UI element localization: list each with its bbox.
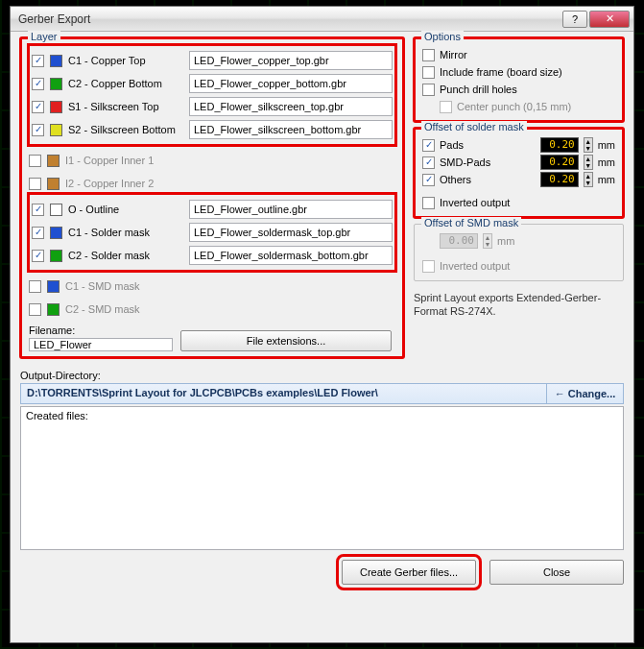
smdpads-checkbox[interactable] [422, 156, 435, 169]
layer-filename-input[interactable] [189, 74, 393, 93]
output-dir-path: D:\TORRENTS\Sprint Layout for JLCPCB\PCB… [21, 384, 546, 403]
gerber-export-window: Gerber Export ? ✕ Layer C1 - Copper TopC… [10, 6, 634, 643]
layer-checkbox[interactable] [32, 124, 44, 136]
layer-swatch [50, 227, 62, 239]
create-gerber-button[interactable]: Create Gerber files... [342, 560, 476, 585]
layer-filename-input[interactable] [189, 51, 393, 70]
options-group: Options Mirror Include frame (board size… [414, 37, 624, 122]
layer-filename-input[interactable] [189, 223, 393, 242]
arrow-left-icon: ← [555, 388, 565, 399]
layer-name: O - Outline [68, 204, 183, 215]
smd-inverted-label: Inverted output [440, 260, 510, 272]
layer-swatch [47, 178, 60, 190]
smd-offset-spinner: ▲▼ [483, 233, 492, 249]
punch-label: Punch drill holes [440, 84, 517, 95]
layer-checkbox[interactable] [32, 204, 44, 216]
layer-swatch [47, 303, 60, 316]
center-punch-checkbox [440, 101, 452, 113]
layer-row: C1 - Copper Top [32, 49, 393, 72]
smdpads-label: SMD-Pads [440, 156, 536, 168]
layer-filename-input[interactable] [189, 120, 393, 139]
layer-name: S2 - Silkscreen Bottom [68, 124, 183, 135]
layer-row: C2 - SMD mask [29, 298, 395, 321]
layer-swatch [50, 250, 62, 262]
layer-name: C1 - Copper Top [68, 55, 183, 66]
layer-name: C1 - Solder mask [68, 227, 183, 238]
layer-swatch [47, 280, 60, 293]
layer-row: C1 - Solder mask [32, 221, 393, 244]
layer-name: C2 - Copper Bottom [68, 78, 183, 89]
layer-checkbox[interactable] [29, 280, 41, 293]
layer-checkbox[interactable] [32, 101, 44, 113]
others-spinner[interactable]: ▲▼ [584, 172, 593, 187]
solder-offset-legend: Offset of solder mask [421, 121, 527, 132]
punch-checkbox[interactable] [422, 84, 435, 96]
layers-mask-block: O - OutlineC1 - Solder maskC2 - Solder m… [27, 192, 397, 273]
layer-checkbox[interactable] [29, 303, 41, 316]
others-unit: mm [598, 174, 615, 185]
layer-filename-input[interactable] [189, 200, 393, 219]
export-note: Sprint Layout exports Extended-Gerber-Fo… [414, 291, 624, 319]
layer-checkbox[interactable] [32, 227, 44, 239]
output-dir-label: Output-Directory: [20, 370, 624, 381]
layer-swatch [50, 124, 62, 136]
solder-inverted-checkbox[interactable] [422, 197, 435, 209]
layer-group: Layer C1 - Copper TopC2 - Copper BottomS… [20, 37, 404, 358]
layers-primary-block: C1 - Copper TopC2 - Copper BottomS1 - Si… [27, 43, 397, 147]
layer-checkbox[interactable] [32, 55, 44, 67]
layer-checkbox[interactable] [32, 250, 44, 262]
layer-name: C1 - SMD mask [65, 280, 180, 292]
created-files-label: Created files: [26, 410, 88, 421]
others-checkbox[interactable] [422, 174, 435, 186]
smd-offset-unit: mm [497, 235, 514, 247]
dialog-content: Layer C1 - Copper TopC2 - Copper BottomS… [11, 32, 633, 642]
file-extensions-button[interactable]: File extensions... [180, 330, 392, 351]
filename-label: Filename: [29, 324, 173, 336]
layer-filename-input[interactable] [189, 97, 393, 116]
layer-checkbox[interactable] [29, 178, 41, 190]
layer-name: C2 - SMD mask [65, 303, 180, 315]
layer-checkbox[interactable] [32, 78, 44, 90]
pads-unit: mm [598, 139, 615, 151]
layer-checkbox[interactable] [29, 155, 41, 167]
pads-label: Pads [440, 139, 536, 151]
smdpads-unit: mm [598, 156, 615, 168]
layer-filename-input[interactable] [189, 246, 393, 265]
smdpads-spinner[interactable]: ▲▼ [584, 155, 593, 170]
titlebar: Gerber Export ? ✕ [11, 7, 633, 32]
others-value[interactable]: 0.20 [540, 172, 579, 187]
close-window-button[interactable]: ✕ [589, 11, 630, 28]
window-title: Gerber Export [18, 12, 561, 26]
pads-checkbox[interactable] [422, 139, 435, 152]
layers-smd-block: C1 - SMD maskC2 - SMD mask [29, 275, 395, 321]
layer-row: S2 - Silkscreen Bottom [32, 118, 393, 141]
smdpads-value[interactable]: 0.20 [540, 155, 579, 170]
pads-spinner[interactable]: ▲▼ [584, 137, 593, 153]
layer-row: I1 - Copper Inner 1 [29, 149, 395, 172]
solder-offset-group: Offset of solder mask Pads0.20▲▼mm SMD-P… [414, 128, 624, 218]
layer-name: I2 - Copper Inner 2 [65, 178, 180, 189]
mirror-checkbox[interactable] [422, 49, 435, 61]
others-label: Others [440, 174, 536, 185]
layer-row: C2 - Copper Bottom [32, 72, 393, 95]
layer-swatch [50, 78, 62, 90]
help-button[interactable]: ? [562, 11, 587, 28]
filename-input[interactable] [29, 338, 173, 351]
output-dir-bar: D:\TORRENTS\Sprint Layout for JLCPCB\PCB… [20, 383, 624, 404]
include-frame-checkbox[interactable] [422, 66, 435, 79]
close-button[interactable]: Close [489, 560, 624, 585]
layer-row: C2 - Solder mask [32, 244, 393, 267]
layer-name: C2 - Solder mask [68, 250, 183, 261]
smd-offset-value: 0.00 [440, 233, 478, 249]
change-dir-button[interactable]: ←Change... [546, 384, 623, 403]
layer-swatch [50, 55, 62, 67]
layer-swatch [47, 155, 60, 167]
pads-value[interactable]: 0.20 [540, 137, 579, 153]
layer-row: C1 - SMD mask [29, 275, 395, 298]
center-punch-label: Center punch (0,15 mm) [457, 101, 571, 112]
layer-name: I1 - Copper Inner 1 [65, 155, 180, 166]
layer-row: O - Outline [32, 198, 393, 221]
include-frame-label: Include frame (board size) [440, 66, 562, 78]
options-legend: Options [421, 31, 464, 42]
mirror-label: Mirror [440, 49, 467, 60]
